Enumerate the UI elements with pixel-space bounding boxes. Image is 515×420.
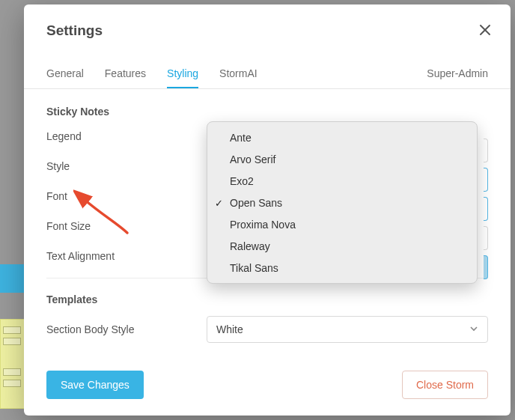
section-body-style-select[interactable]: White	[207, 316, 488, 343]
font-option-arvo-serif[interactable]: Arvo Serif	[207, 148, 477, 170]
label-style: Style	[46, 160, 207, 172]
modal-footer: Save Changes Close Storm	[24, 359, 511, 416]
background-card	[3, 368, 21, 376]
font-option-tikal-sans[interactable]: Tikal Sans	[207, 257, 477, 279]
style-control-peek[interactable]	[484, 168, 488, 192]
label-text-alignment: Text Alignment	[46, 250, 207, 262]
tabs: General Features Styling StormAI Super-A…	[24, 60, 511, 89]
row-section-body-style: Section Body Style White	[46, 316, 488, 343]
close-storm-button[interactable]: Close Storm	[402, 371, 488, 399]
label-font-size: Font Size	[46, 220, 207, 232]
tab-super-admin[interactable]: Super-Admin	[427, 60, 488, 88]
font-option-label: Arvo Serif	[230, 153, 275, 165]
font-option-raleway[interactable]: Raleway	[207, 235, 477, 257]
section-heading-sticky-notes: Sticky Notes	[46, 106, 488, 118]
font-option-label: Raleway	[230, 240, 270, 252]
font-option-ante[interactable]: Ante	[207, 127, 477, 148]
font-option-label: Tikal Sans	[230, 262, 278, 274]
font-option-exo2[interactable]: Exo2	[207, 170, 477, 192]
tab-features[interactable]: Features	[105, 60, 146, 88]
section-heading-templates: Templates	[46, 293, 488, 305]
background-blue-panel	[0, 264, 24, 293]
tab-stormai[interactable]: StormAI	[219, 60, 258, 88]
background-card	[3, 326, 21, 334]
label-section-body-style: Section Body Style	[46, 323, 207, 335]
section-body-style-value: White	[216, 323, 243, 335]
label-font: Font	[46, 190, 207, 202]
tab-general[interactable]: General	[46, 60, 84, 88]
background-card	[3, 380, 21, 387]
font-control-peek[interactable]	[484, 197, 488, 221]
checkmark-icon: ✓	[215, 197, 223, 208]
save-changes-button[interactable]: Save Changes	[46, 371, 144, 399]
background-card	[3, 338, 21, 345]
font-size-control-peek[interactable]	[484, 226, 488, 250]
chevron-down-icon	[469, 323, 478, 335]
legend-control-peek[interactable]	[484, 139, 488, 162]
text-align-control-peek[interactable]	[484, 255, 488, 279]
tab-styling[interactable]: Styling	[167, 60, 198, 88]
font-option-label: Open Sans	[230, 197, 282, 209]
font-option-label: Exo2	[230, 175, 254, 187]
font-option-label: Ante	[230, 132, 252, 144]
label-legend: Legend	[46, 130, 207, 142]
modal-header: Settings	[24, 4, 511, 46]
font-option-proxima-nova[interactable]: Proxima Nova	[207, 213, 477, 235]
font-dropdown-menu[interactable]: Ante Arvo Serif Exo2 ✓ Open Sans Proxima…	[207, 121, 478, 284]
modal-title: Settings	[46, 22, 488, 39]
close-icon[interactable]	[476, 21, 494, 39]
font-option-open-sans[interactable]: ✓ Open Sans	[207, 192, 477, 213]
font-option-label: Proxima Nova	[230, 219, 296, 231]
